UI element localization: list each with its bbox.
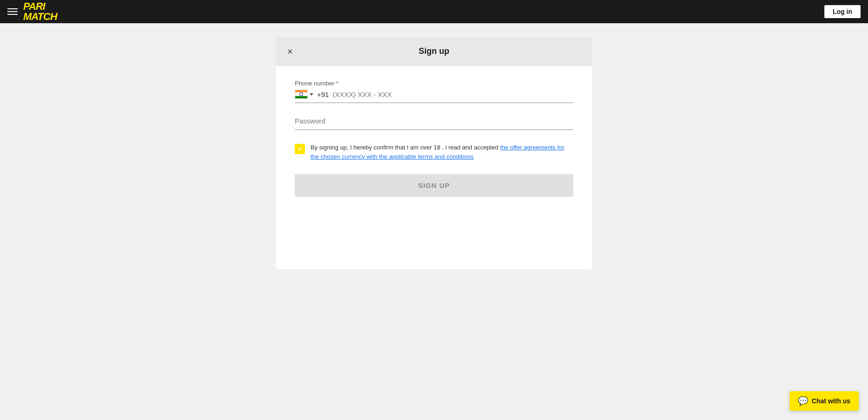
close-button[interactable]: × — [287, 47, 293, 56]
header: PARI MATCH Log in — [0, 0, 868, 23]
chat-label: Chat with us — [812, 397, 850, 405]
password-row — [295, 116, 573, 130]
india-flag — [295, 90, 308, 99]
country-selector[interactable] — [295, 90, 313, 99]
logo[interactable]: PARI MATCH — [23, 1, 57, 22]
password-input[interactable] — [295, 117, 573, 125]
signup-header: × Sign up — [276, 37, 592, 66]
phone-prefix: +91 — [317, 90, 329, 98]
logo-match: MATCH — [23, 12, 57, 22]
flag-bot — [295, 96, 307, 98]
chevron-down-icon — [310, 93, 313, 96]
terms-checkbox[interactable]: ✓ — [295, 144, 305, 154]
terms-text: By signing up, I hereby confirm that I a… — [311, 143, 573, 161]
hamburger-menu[interactable] — [7, 8, 18, 15]
phone-input[interactable] — [332, 90, 573, 98]
login-button[interactable]: Log in — [824, 5, 861, 18]
signup-container: × Sign up Phone number * — [276, 37, 592, 269]
phone-field-group: Phone number * +91 — [295, 80, 573, 103]
flag-mid — [295, 92, 307, 96]
chakra — [299, 92, 303, 96]
chat-icon: 💬 — [798, 396, 808, 406]
password-field-group — [295, 116, 573, 130]
main-content: × Sign up Phone number * — [0, 23, 868, 420]
check-mark-icon: ✓ — [297, 145, 303, 153]
signup-title: Sign up — [419, 46, 449, 56]
header-left: PARI MATCH — [7, 1, 57, 22]
phone-label: Phone number * — [295, 80, 573, 87]
form-body: Phone number * +91 — [276, 66, 592, 215]
logo-pari: PARI — [23, 1, 57, 12]
terms-row: ✓ By signing up, I hereby confirm that I… — [295, 143, 573, 161]
signup-button[interactable]: SIGN UP — [295, 174, 573, 197]
chat-widget[interactable]: 💬 Chat with us — [790, 391, 859, 411]
terms-text-before: By signing up, I hereby confirm that I a… — [311, 144, 500, 151]
phone-row: +91 — [295, 90, 573, 103]
